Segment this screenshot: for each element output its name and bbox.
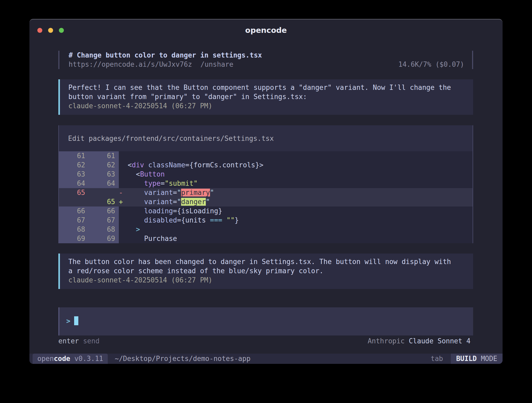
- prompt-symbol: >: [66, 317, 70, 325]
- diff-table: 61616262 <div className={formCs.controls…: [59, 151, 473, 243]
- opencode-window: opencode # Change button color to danger…: [29, 19, 503, 364]
- window-title: opencode: [245, 26, 287, 35]
- unshare-command[interactable]: /unshare: [201, 60, 233, 68]
- helper-row: enter send Anthropic Claude Sonnet 4: [58, 337, 473, 346]
- diff-row: 6767 disabled={units === ""}: [59, 216, 473, 225]
- model-indicator: Anthropic Claude Sonnet 4: [368, 337, 470, 346]
- app-version-chip: opencode v0.3.11: [33, 354, 108, 364]
- edit-tool-block: Edit packages/frontend/src/containers/Se…: [58, 125, 473, 243]
- session-title: # Change button color to danger in setti…: [69, 51, 464, 60]
- close-button[interactable]: [37, 28, 42, 33]
- status-bar: opencode v0.3.11 ~/Desktop/Projects/demo…: [29, 354, 503, 364]
- zoom-button[interactable]: [59, 28, 64, 33]
- diff-row: 6666 loading={isLoading}: [59, 206, 473, 216]
- diff-row: 6363 <Button: [59, 170, 473, 179]
- diff-row: 65- variant="primary": [59, 188, 473, 197]
- session-meta-row: https://opencode.ai/s/UwJxv76z/unshare 1…: [69, 60, 464, 69]
- minimize-button[interactable]: [48, 28, 53, 33]
- diff-row: 6969 Purchase: [59, 234, 473, 243]
- diff-row: 6262 <div className={formCs.controls}>: [59, 161, 473, 170]
- assistant-message-text: The button color has been changed to dan…: [68, 257, 468, 276]
- diff-row: 6464 type="submit": [59, 179, 473, 188]
- share-url-link[interactable]: https://opencode.ai/s/UwJxv76z: [69, 60, 192, 68]
- edit-tool-header: Edit packages/frontend/src/containers/Se…: [59, 125, 473, 151]
- session-content: # Change button color to danger in setti…: [29, 51, 503, 346]
- build-mode-toggle[interactable]: BUILD MODE: [451, 354, 503, 364]
- assistant-message: The button color has been changed to dan…: [58, 254, 473, 289]
- token-cost-stats: 14.6K/7% ($0.07): [398, 60, 464, 69]
- prompt-input[interactable]: >: [58, 307, 473, 335]
- assistant-message-text: Perfect! I can see that the Button compo…: [68, 83, 468, 101]
- window-controls: [37, 28, 64, 33]
- model-timestamp: claude-sonnet-4-20250514 (06:27 PM): [68, 101, 468, 111]
- assistant-message: Perfect! I can see that the Button compo…: [58, 79, 473, 115]
- diff-row: 65+ variant="danger": [59, 197, 473, 206]
- titlebar: opencode: [29, 19, 503, 38]
- text-cursor: [74, 316, 78, 325]
- diff-row: 6161: [59, 151, 473, 161]
- session-header: # Change button color to danger in setti…: [58, 51, 473, 69]
- tab-key-hint: tab: [431, 354, 443, 363]
- model-timestamp: claude-sonnet-4-20250514 (06:27 PM): [68, 276, 468, 285]
- enter-hint: enter send: [58, 337, 100, 346]
- working-directory: ~/Desktop/Projects/demo-notes-app: [115, 354, 250, 363]
- diff-row: 6868 >: [59, 225, 473, 234]
